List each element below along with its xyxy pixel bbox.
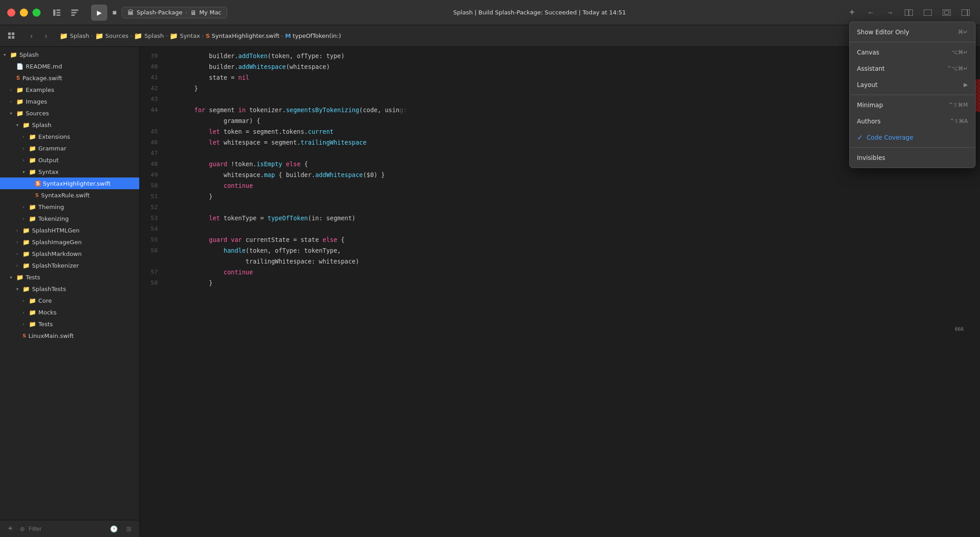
tree-item-sources[interactable]: ▾ 📁 Sources (0, 107, 139, 119)
tree-item-syntax-rule[interactable]: S SyntaxRule.swift (0, 189, 139, 201)
grid-view-button[interactable] (5, 30, 18, 42)
add-button[interactable]: + (845, 5, 859, 20)
split-vertical-button[interactable] (902, 5, 916, 20)
filter-options-button[interactable]: ⊞ (123, 523, 135, 535)
tree-item-grammar[interactable]: › 📁 Grammar (0, 142, 139, 154)
minimize-button[interactable] (20, 9, 28, 17)
tree-item-linuxmain[interactable]: S LinuxMain.swift (0, 330, 139, 341)
menu-item-label: Code Coverage (866, 134, 913, 141)
filter-input[interactable] (28, 525, 104, 532)
folder-icon: 📁 (16, 86, 23, 93)
tree-item-theming[interactable]: › 📁 Theming (0, 201, 139, 213)
sidebar-toggle-button[interactable] (50, 5, 64, 20)
menu-item-show-editor-only[interactable]: Show Editor Only ⌘↵ (850, 24, 975, 40)
filter-clock-button[interactable]: 🕐 (108, 523, 119, 535)
chevron-down-icon: ▾ (10, 111, 16, 116)
chevron-right-icon: › (10, 87, 16, 92)
code-editor[interactable]: builder.addToken(token, ofType: type) bu… (163, 47, 966, 537)
nav-forward-button[interactable]: › (40, 30, 52, 42)
breadcrumb-syntax[interactable]: 📁 Syntax (169, 32, 200, 40)
play-button[interactable]: ▶ (91, 5, 107, 21)
menu-divider-3 (850, 147, 975, 148)
tree-item-core[interactable]: › 📁 Core (0, 295, 139, 306)
tree-item-package-swift[interactable]: S Package.swift (0, 72, 139, 84)
breadcrumb-file[interactable]: S SyntaxHighlighter.swift (206, 32, 279, 39)
tree-item-label: Tokenizing (38, 215, 136, 222)
breadcrumb-splash[interactable]: 📁 Splash (60, 32, 89, 40)
tree-item-syntax[interactable]: ▾ 📁 Syntax (0, 166, 139, 177)
tree-item-label: Tests (38, 321, 136, 328)
tree-item-tests-sub[interactable]: › 📁 Tests (0, 318, 139, 330)
chevron-right-icon: › (16, 228, 23, 233)
tree-item-splashhtmlgen[interactable]: › 📁 SplashHTMLGen (0, 224, 139, 236)
back-button[interactable]: ← (864, 5, 878, 20)
breadcrumb-label: Splash (144, 32, 164, 39)
fullscreen-icon-button[interactable] (939, 5, 954, 20)
folder-icon: 📁 (16, 98, 23, 105)
folder-icon: 📁 (95, 32, 104, 40)
breadcrumb-label: Splash (70, 32, 89, 39)
tree-item-extensions[interactable]: › 📁 Extensions (0, 131, 139, 142)
menu-item-invisibles[interactable]: Invisibles (850, 150, 975, 166)
nav-back-button[interactable]: ‹ (25, 30, 38, 42)
menu-item-label: Layout (857, 81, 878, 88)
folder-icon: 📁 (29, 215, 36, 222)
menu-divider-2 (850, 95, 975, 95)
breadcrumb-sources[interactable]: 📁 Sources (95, 32, 128, 40)
breadcrumb-sep-1: › (91, 33, 93, 39)
svg-rect-3 (56, 14, 60, 16)
chevron-right-icon: › (16, 263, 23, 268)
tree-item-images[interactable]: › 📁 Images (0, 96, 139, 107)
titlebar-right: + ← → (845, 5, 973, 20)
tree-item-readme[interactable]: 📄 README.md (0, 60, 139, 72)
tree-item-splashtests[interactable]: ▾ 📁 SplashTests (0, 283, 139, 295)
menu-shortcut: ^⌥⌘↵ (947, 65, 968, 72)
menu-item-minimap[interactable]: Minimap ^⇧⌘M (850, 97, 975, 113)
breadcrumb-sep-3: › (165, 33, 167, 39)
menu-item-layout[interactable]: Layout ▶ (850, 77, 975, 93)
stop-button[interactable]: ■ (107, 5, 122, 20)
menu-item-label: Show Editor Only (857, 28, 909, 36)
titlebar-controls (50, 5, 82, 20)
split-horizontal-button[interactable] (920, 5, 935, 20)
scheme-selector[interactable]: 🏛 Splash-Package › 🖥 My Mac (122, 7, 227, 18)
tree-item-label: Core (38, 297, 136, 304)
tree-item-mocks[interactable]: › 📁 Mocks (0, 306, 139, 318)
tree-item-label: Sources (26, 110, 136, 117)
forward-button[interactable]: → (883, 5, 897, 20)
close-button[interactable] (7, 9, 15, 17)
tree-item-splash-blue[interactable]: ▾ 📁 Splash (0, 119, 139, 131)
swift-file-icon: S (35, 192, 39, 198)
menu-item-canvas[interactable]: Canvas ⌥⌘↵ (850, 44, 975, 60)
submenu-arrow-icon: ▶ (964, 82, 968, 88)
chevron-right-icon: › (16, 251, 23, 256)
tree-item-splashimagegen[interactable]: › 📁 SplashImageGen (0, 236, 139, 248)
menu-item-authors[interactable]: Authors ^⇧⌘A (850, 113, 975, 129)
tree-item-tests[interactable]: ▾ 📁 Tests (0, 271, 139, 283)
breadcrumb-splash2[interactable]: 📁 Splash (134, 32, 164, 40)
svg-rect-14 (8, 32, 11, 35)
chevron-down-icon: ▾ (16, 287, 23, 291)
add-file-button[interactable]: + (5, 523, 16, 535)
inspector-toggle-button[interactable] (958, 5, 973, 20)
tree-item-output[interactable]: › 📁 Output (0, 154, 139, 166)
chevron-right-icon: › (23, 216, 29, 221)
coverage-count: 666 (955, 326, 964, 332)
tree-item-splashtokenizer[interactable]: › 📁 SplashTokenizer (0, 259, 139, 271)
tree-item-tokenizing[interactable]: › 📁 Tokenizing (0, 213, 139, 224)
fullscreen-button[interactable] (32, 9, 41, 17)
breadcrumb-method[interactable]: M typeOfToken(in:) (285, 32, 341, 39)
tree-item-splashmarkdown[interactable]: › 📁 SplashMarkdown (0, 248, 139, 259)
menu-item-code-coverage[interactable]: ✓ Code Coverage (850, 129, 975, 146)
tree-item-examples[interactable]: › 📁 Examples (0, 84, 139, 96)
menu-item-assistant[interactable]: Assistant ^⌥⌘↵ (850, 60, 975, 77)
tree-item-syntax-highlighter[interactable]: S SyntaxHighlighter.swift (0, 177, 139, 189)
svg-rect-17 (12, 36, 14, 39)
menu-item-label: Minimap (857, 101, 883, 109)
tree-item-label: Package.swift (23, 75, 136, 82)
tree-item-splash-root[interactable]: ▾ 📁 Splash (0, 49, 139, 60)
menu-shortcut: ⌥⌘↵ (952, 49, 968, 55)
breadcrumb-label: Sources (105, 32, 128, 39)
main-layout: ▾ 📁 Splash 📄 README.md S Package.swift ›… (0, 47, 980, 537)
navigator-toggle-button[interactable] (68, 5, 82, 20)
